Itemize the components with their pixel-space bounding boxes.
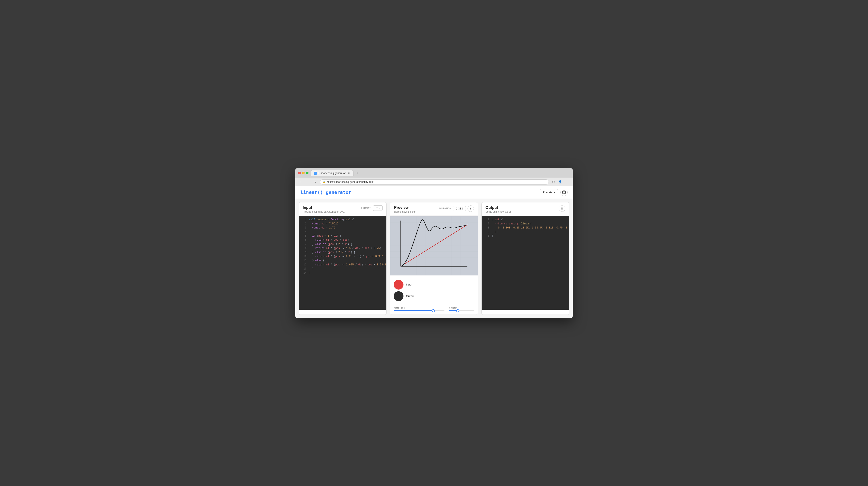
output-panel-subtitle: Some shiny new CSS! bbox=[486, 210, 511, 213]
code-line: 11 } else { bbox=[299, 259, 386, 263]
preview-panel-subtitle: Here's how it looks: bbox=[394, 210, 416, 213]
panels: Input Provide easing as JavaScript or SV… bbox=[295, 199, 573, 318]
output-code: 1 :root { 2 --bounce-easing: linear( 3 0… bbox=[482, 216, 569, 310]
code-line: 2 const n1 = 7.5625; bbox=[299, 222, 386, 226]
code-line: 14 } bbox=[299, 271, 386, 275]
preview-panel: Preview Here's how it looks: DURATION ⏸ bbox=[390, 202, 478, 315]
github-icon bbox=[562, 190, 566, 194]
input-panel-subtitle: Provide easing as JavaScript or SVG bbox=[303, 210, 345, 213]
output-ball-label: Output bbox=[406, 295, 414, 298]
tab-bar: L Linear easing generator ✕ + bbox=[311, 170, 570, 176]
copy-button[interactable]: ⎘ bbox=[559, 205, 565, 212]
app-content: linear() generator Presets ▾ bbox=[295, 186, 573, 318]
output-anim-row: Output bbox=[394, 291, 474, 301]
code-line: 13 } bbox=[299, 267, 386, 271]
new-tab-button[interactable]: + bbox=[355, 171, 360, 176]
round-group: ROUND bbox=[449, 307, 474, 311]
format-select[interactable]: JS ▾ bbox=[373, 205, 382, 211]
output-code-line: 3 0, 0.063, 0.25 18.2%, 1 36.4%, 0.813, … bbox=[482, 226, 569, 230]
header-right: Presets ▾ bbox=[540, 189, 568, 196]
code-line: 5 if (pos < 1 / d1) { bbox=[299, 234, 386, 238]
simplify-group: SIMPLIFY bbox=[394, 307, 444, 311]
input-panel-title: Input bbox=[303, 205, 345, 210]
output-code-line: 1 :root { bbox=[482, 218, 569, 222]
active-tab[interactable]: L Linear easing generator ✕ bbox=[311, 170, 353, 176]
app-logo: linear() generator bbox=[300, 190, 351, 195]
code-line: 8 return n1 * (pos -= 1.5 / d1) * pos + … bbox=[299, 246, 386, 250]
presets-button[interactable]: Presets ▾ bbox=[540, 189, 558, 195]
simplify-track bbox=[394, 310, 444, 311]
maximize-button[interactable] bbox=[306, 172, 308, 174]
output-code-line: 5 } bbox=[482, 234, 569, 238]
duration-label: DURATION bbox=[439, 207, 451, 210]
toolbar-icons: ⬡ 👤 ⋮ bbox=[551, 179, 570, 185]
bottom-sliders: SIMPLIFY ROUND bbox=[390, 305, 478, 314]
address-bar[interactable]: 🔒 https://linear-easing-generator.netlif… bbox=[320, 179, 549, 184]
output-code-line: 2 --bounce-easing: linear( bbox=[482, 222, 569, 226]
input-anim-row: Input bbox=[394, 280, 474, 290]
graph-container bbox=[390, 216, 478, 275]
code-line: 12 return n1 * (pos -= 2.625 / d1) * pos… bbox=[299, 263, 386, 267]
code-line: 10 return n1 * (pos -= 2.25 / d1) * pos … bbox=[299, 254, 386, 259]
browser-window: L Linear easing generator ✕ + ← → ↺ 🔒 ht… bbox=[295, 168, 573, 318]
tab-title: Linear easing generator bbox=[318, 172, 346, 175]
code-line: 1 self.bounce = function(pos) { bbox=[299, 218, 386, 222]
round-label: ROUND bbox=[449, 307, 474, 309]
chevron-down-icon: ▾ bbox=[554, 191, 555, 194]
pause-button[interactable]: ⏸ bbox=[467, 205, 474, 212]
preview-panel-title: Preview bbox=[394, 205, 416, 210]
simplify-thumb[interactable] bbox=[432, 309, 435, 312]
code-line: 9 } else if (pos < 2.5 / d1) { bbox=[299, 250, 386, 254]
animation-preview: Input Output bbox=[390, 275, 478, 305]
simplify-fill bbox=[394, 310, 433, 311]
presets-label: Presets bbox=[543, 191, 552, 194]
input-ball bbox=[394, 280, 403, 290]
code-line: 4 bbox=[299, 230, 386, 234]
app-header: linear() generator Presets ▾ bbox=[295, 186, 573, 199]
format-chevron-icon: ▾ bbox=[379, 207, 381, 210]
simplify-label: SIMPLIFY bbox=[394, 307, 444, 309]
lock-icon: 🔒 bbox=[323, 181, 326, 183]
forward-button[interactable]: → bbox=[306, 179, 311, 185]
minimize-button[interactable] bbox=[302, 172, 305, 174]
tab-close-button[interactable]: ✕ bbox=[347, 172, 350, 175]
preview-panel-header: Preview Here's how it looks: DURATION ⏸ bbox=[390, 203, 478, 216]
input-panel-header: Input Provide easing as JavaScript or SV… bbox=[299, 203, 386, 216]
traffic-lights bbox=[298, 172, 308, 174]
github-button[interactable] bbox=[560, 189, 568, 196]
duration-input[interactable] bbox=[453, 206, 466, 211]
tab-favicon: L bbox=[314, 172, 317, 175]
round-track bbox=[449, 310, 474, 311]
close-button[interactable] bbox=[298, 172, 301, 174]
output-code-line: 4 ); bbox=[482, 230, 569, 234]
input-ball-label: Input bbox=[406, 283, 412, 286]
output-panel-title: Output bbox=[486, 205, 511, 210]
output-ball bbox=[394, 291, 403, 301]
output-title-group: Output Some shiny new CSS! bbox=[486, 205, 511, 213]
code-line: 7 } else if (pos < 2 / d1) { bbox=[299, 242, 386, 246]
round-thumb[interactable] bbox=[456, 309, 459, 312]
input-panel-controls: FORMAT JS ▾ bbox=[361, 205, 382, 211]
copy-icon: ⎘ bbox=[561, 207, 563, 210]
back-button[interactable]: ← bbox=[298, 179, 304, 185]
format-value: JS bbox=[375, 207, 378, 210]
input-panel: Input Provide easing as JavaScript or SV… bbox=[299, 202, 386, 315]
output-panel-header: Output Some shiny new CSS! ⎘ bbox=[482, 203, 569, 216]
code-editor[interactable]: 1 self.bounce = function(pos) { 2 const … bbox=[299, 216, 386, 310]
preview-title-group: Preview Here's how it looks: bbox=[394, 205, 416, 213]
account-icon[interactable]: 👤 bbox=[557, 179, 563, 185]
output-panel: Output Some shiny new CSS! ⎘ 1 :root { bbox=[482, 202, 569, 315]
format-label: FORMAT bbox=[361, 207, 371, 209]
duration-group: DURATION ⏸ bbox=[439, 205, 474, 212]
easing-graph bbox=[390, 216, 478, 275]
input-title-group: Input Provide easing as JavaScript or SV… bbox=[303, 205, 345, 213]
code-line: 6 return n1 * pos * pos; bbox=[299, 238, 386, 242]
browser-toolbar: ← → ↺ 🔒 https://linear-easing-generator.… bbox=[295, 178, 573, 186]
extensions-icon[interactable]: ⬡ bbox=[551, 179, 556, 185]
code-line: 3 const d1 = 2.75; bbox=[299, 226, 386, 230]
browser-titlebar: L Linear easing generator ✕ + bbox=[295, 168, 573, 178]
menu-icon[interactable]: ⋮ bbox=[564, 179, 570, 185]
reload-button[interactable]: ↺ bbox=[313, 179, 318, 185]
address-text: https://linear-easing-generator.netlify.… bbox=[327, 180, 374, 183]
